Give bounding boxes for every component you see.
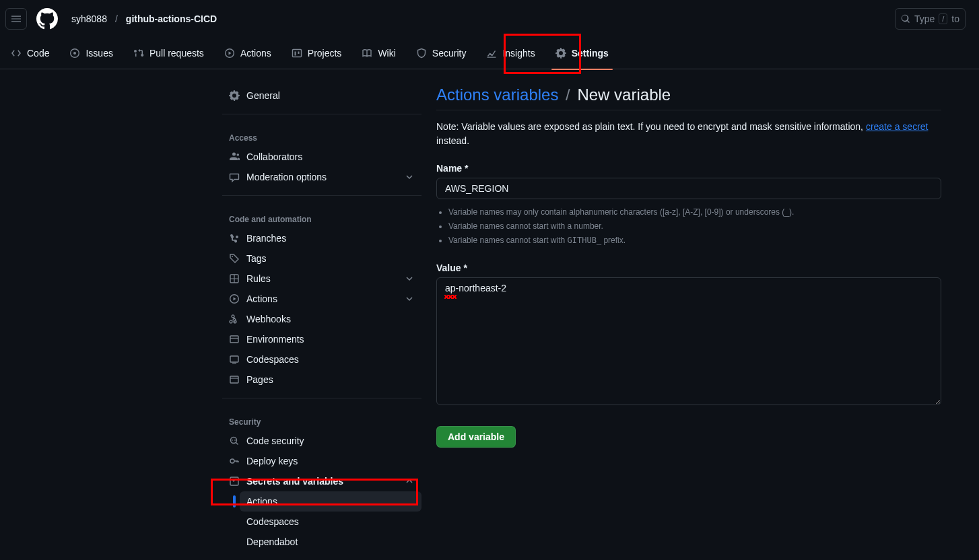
branch-icon [229,233,240,244]
settings-sidebar: General Access CollaboratorsModeration o… [0,85,420,552]
code-icon [11,48,22,59]
sidebar-item-rules[interactable]: Rules [222,269,421,289]
sidebar-item-label: Environments [246,334,304,345]
name-hints: Variable names may only contain alphanum… [448,206,941,246]
sidebar-section-code-automation: Code and automation [222,204,421,228]
sidebar-item-moderation-options[interactable]: Moderation options [222,167,421,187]
name-hint: Variable names cannot start with GITHUB_… [448,234,941,246]
create-secret-link[interactable]: create a secret [866,121,929,132]
sidebar-item-label: Rules [246,273,271,284]
svg-rect-7 [230,336,238,343]
sidebar-item-webhooks[interactable]: Webhooks [222,309,421,329]
svg-point-4 [232,256,233,257]
chevron-up-icon [404,476,415,487]
sidebar-item-environments[interactable]: Environments [222,329,421,349]
breadcrumb-owner[interactable]: syh8088 [67,11,111,27]
tab-wiki[interactable]: Wiki [353,37,403,69]
search-placeholder: Type [914,13,935,24]
main-panel: Actions variables / New variable Note: V… [436,85,968,552]
sidebar-item-label: Pages [246,374,273,385]
sidebar-section-security: Security [222,407,421,431]
sidebar-item-label: Code security [246,435,304,446]
hamburger-icon [11,13,22,24]
variable-name-input[interactable] [436,178,941,199]
repo-nav: CodeIssuesPull requestsActionsProjectsWi… [0,37,979,69]
global-header: syh8088 / github-actions-CICD Type / to [0,0,979,37]
page-title: Actions variables / New variable [436,85,941,110]
page-title-current: New variable [577,85,671,104]
graph-icon [486,48,497,59]
svg-point-1 [73,52,76,55]
play-icon [224,48,235,59]
tab-label: Wiki [378,48,395,59]
key-icon [229,456,240,466]
sidebar-item-pages[interactable]: Pages [222,370,421,390]
shield-icon [416,48,427,59]
chevron-down-icon [404,273,415,284]
sidebar-item-general[interactable]: General [222,85,421,106]
tab-label: Security [432,48,467,59]
sidebar-item-actions[interactable]: Actions [222,289,421,309]
sidebar-item-label: Dependabot [246,536,298,547]
svg-point-11 [230,459,234,463]
sidebar-item-secrets-and-variables[interactable]: Secrets and variables [222,471,421,491]
global-search[interactable]: Type / to [895,8,966,30]
name-hint: Variable names may only contain alphanum… [448,206,941,218]
variable-value-input[interactable] [436,277,941,405]
sidebar-item-label: Actions [246,496,277,507]
tab-label: Insights [502,48,535,59]
svg-rect-9 [230,376,238,383]
name-label: Name * [436,163,941,174]
codescan-icon [229,435,240,446]
tab-issues[interactable]: Issues [61,37,121,69]
sidebar-item-branches[interactable]: Branches [222,228,421,248]
sidebar-item-codespaces[interactable]: Codespaces [222,349,421,370]
breadcrumb-separator: / [115,13,118,24]
sidebar-item-label: Branches [246,233,286,244]
search-icon [901,14,910,24]
tab-label: Settings [572,48,609,59]
sidebar-item-label: Deploy keys [246,456,298,466]
tab-settings[interactable]: Settings [547,37,617,69]
tab-label: Pull requests [149,48,204,59]
sidebar-item-code-security[interactable]: Code security [222,431,421,451]
chevron-down-icon [404,172,415,182]
sidebar-subitem-dependabot[interactable]: Dependabot [240,532,421,552]
sidebar-item-tags[interactable]: Tags [222,248,421,269]
sidebar-item-label: Moderation options [246,172,327,182]
breadcrumb-repo[interactable]: github-actions-CICD [122,11,221,27]
tab-label: Code [27,48,49,59]
play-icon [229,293,240,304]
github-logo-icon[interactable] [36,8,58,30]
project-icon [292,48,302,59]
tab-actions[interactable]: Actions [216,37,279,69]
menu-button[interactable] [5,8,27,30]
sidebar-item-label: Codespaces [246,354,299,365]
tab-label: Projects [308,48,342,59]
sidebar-subitem-codespaces[interactable]: Codespaces [240,512,421,532]
env-icon [229,334,240,345]
tab-code[interactable]: Code [3,37,57,69]
page-title-parent-link[interactable]: Actions variables [436,85,558,104]
tab-security[interactable]: Security [408,37,475,69]
search-shortcut-kbd: / [939,13,947,24]
sidebar-item-label: Actions [246,293,277,304]
pr-icon [133,48,144,59]
sidebar-item-label: Tags [246,253,267,264]
tag-icon [229,253,240,264]
tab-label: Actions [240,48,271,59]
tab-insights[interactable]: Insights [478,37,543,69]
tab-projects[interactable]: Projects [283,37,350,69]
sidebar-item-deploy-keys[interactable]: Deploy keys [222,451,421,471]
issue-icon [69,48,80,59]
rules-icon [229,273,240,284]
tab-pull-requests[interactable]: Pull requests [125,37,212,69]
book-icon [362,48,372,59]
value-label: Value * [436,262,941,273]
sidebar-item-label: Secrets and variables [246,476,343,487]
comment-icon [229,172,240,182]
sidebar-subitem-actions[interactable]: Actions [240,491,421,512]
svg-rect-12 [230,477,238,485]
add-variable-button[interactable]: Add variable [436,426,516,448]
sidebar-item-collaborators[interactable]: Collaborators [222,147,421,167]
